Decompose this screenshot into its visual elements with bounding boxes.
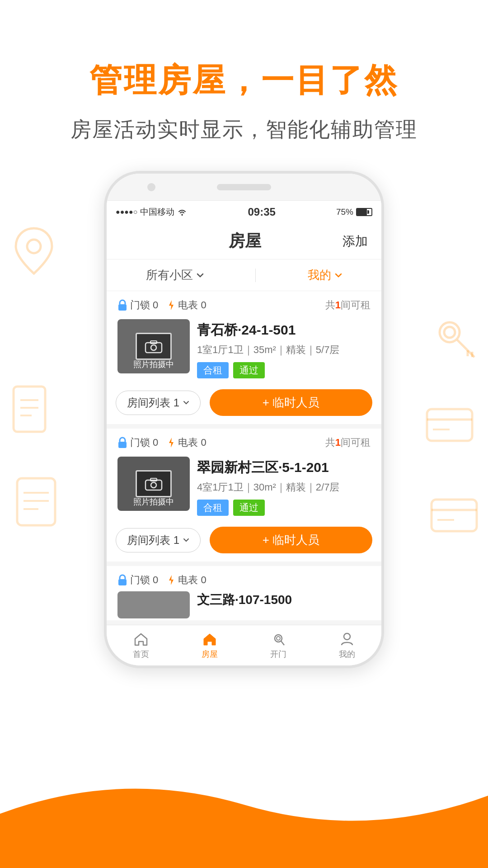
property-stats-2: 门锁 0 电表 0 共1间可租 [107, 429, 381, 454]
filter-divider [255, 269, 256, 282]
lock-icon [117, 299, 127, 311]
room-list-button-1[interactable]: 房间列表 1 [116, 391, 201, 415]
filter-mine[interactable]: 我的 [308, 267, 342, 283]
app-header: 房屋 添加 [107, 223, 381, 259]
nav-door-label: 开门 [270, 649, 286, 660]
nav-item-door[interactable]: 开门 [244, 632, 313, 660]
nav-house-label: 房屋 [202, 649, 218, 660]
lock-stat-3: 门锁 0 [117, 573, 158, 587]
svg-point-29 [275, 635, 282, 642]
hero-subtitle: 房屋活动实时显示，智能化辅助管理 [0, 116, 488, 144]
property-info-row-1: 照片拍摄中 青石桥·24-1-501 1室1厅1卫｜35m²｜精装｜5/7层 合… [107, 316, 381, 385]
stats-left-1: 门锁 0 电表 0 [117, 298, 206, 312]
camera-icon-2 [145, 476, 163, 491]
svg-rect-28 [118, 579, 127, 585]
temp-staff-button-2[interactable]: + 临时人员 [210, 527, 372, 553]
filter-all-label: 所有小区 [146, 267, 193, 283]
lock-icon-3 [117, 574, 127, 586]
photo-label-2: 照片拍摄中 [117, 496, 190, 507]
lock-stat-2: 门锁 0 [117, 436, 158, 449]
property-tags-2: 合租 通过 [197, 500, 371, 516]
chevron-down-small-icon [183, 401, 189, 405]
chevron-down-orange-icon [335, 273, 342, 278]
property-details-1: 青石桥·24-1-501 1室1厅1卫｜35m²｜精装｜5/7层 合租 通过 [197, 319, 371, 378]
tag-tongguo-2: 通过 [233, 500, 265, 516]
house-filled-icon [202, 632, 217, 647]
property-image-1: 照片拍摄中 [117, 319, 190, 373]
property-card-1: 门锁 0 电表 0 共1间可租 [107, 291, 381, 424]
status-bar: ●●●●○ 中国移动 09:35 75% [107, 201, 381, 223]
bottom-nav: 首页 房屋 开门 我的 [107, 625, 381, 665]
battery-icon [356, 208, 372, 216]
property-name-3: 文三路·107-1500 [197, 591, 371, 609]
svg-rect-20 [118, 304, 127, 311]
tag-tongguo-1: 通过 [233, 362, 265, 378]
status-time: 09:35 [187, 206, 336, 218]
property-details-2: 翠园新村三区·5-1-201 4室1厅1卫｜30m²｜精装｜2/7层 合租 通过 [197, 457, 371, 516]
meter-stat-2: 电表 0 [167, 436, 206, 449]
property-actions-1: 房间列表 1 + 临时人员 [107, 385, 381, 424]
chevron-down-small-icon-2 [183, 538, 189, 542]
meter-stat-3: 电表 0 [167, 573, 206, 587]
status-right: 75% [336, 207, 372, 217]
lightning-icon-2 [167, 437, 175, 448]
temp-staff-button-1[interactable]: + 临时人员 [210, 389, 372, 416]
home-outline-icon [133, 632, 149, 647]
property-tags-1: 合租 通过 [197, 362, 371, 378]
property-card-3: 门锁 0 电表 0 文三路·107-1500 [107, 566, 381, 620]
nav-item-mine[interactable]: 我的 [313, 632, 381, 660]
battery-percent: 75% [336, 207, 353, 217]
property-card-2: 门锁 0 电表 0 共1间可租 [107, 429, 381, 561]
property-stats-1: 门锁 0 电表 0 共1间可租 [107, 291, 381, 316]
meter-label-2: 电表 0 [178, 436, 206, 449]
svg-point-26 [151, 482, 156, 488]
rentable-2: 共1间可租 [325, 436, 371, 449]
stats-left-3: 门锁 0 电表 0 [117, 573, 206, 587]
person-icon [339, 632, 355, 647]
phone-outer: ●●●●○ 中国移动 09:35 75% 房屋 [104, 171, 384, 668]
nav-home-label: 首页 [133, 649, 149, 660]
property-meta-1: 1室1厅1卫｜35m²｜精装｜5/7层 [197, 343, 371, 357]
hero-title: 管理房屋，一目了然 [0, 59, 488, 102]
lightning-icon-3 [167, 574, 175, 586]
nav-mine-label: 我的 [339, 649, 355, 660]
property-meta-2: 4室1厅1卫｜30m²｜精装｜2/7层 [197, 481, 371, 494]
wifi-icon [177, 208, 187, 216]
lock-icon-2 [117, 437, 127, 448]
room-list-button-2[interactable]: 房间列表 1 [116, 528, 201, 552]
lock-label-3: 门锁 0 [130, 573, 158, 587]
add-button[interactable]: 添加 [343, 233, 368, 250]
bottom-wave [0, 769, 488, 868]
photo-label-1: 照片拍摄中 [117, 359, 190, 370]
property-info-row-2: 照片拍摄中 翠园新村三区·5-1-201 4室1厅1卫｜30m²｜精装｜2/7层… [107, 454, 381, 522]
carrier-label: 中国移动 [140, 206, 174, 218]
property-list: 门锁 0 电表 0 共1间可租 [107, 291, 381, 625]
photo-taking-frame-1 [136, 333, 172, 360]
photo-taking-frame-2 [136, 470, 172, 497]
meter-label: 电表 0 [178, 298, 206, 312]
property-name-2: 翠园新村三区·5-1-201 [197, 458, 371, 477]
meter-stat-1: 电表 0 [167, 298, 206, 312]
property-name-1: 青石桥·24-1-501 [197, 321, 371, 340]
nav-item-house[interactable]: 房屋 [175, 632, 244, 660]
nav-item-home[interactable]: 首页 [107, 632, 175, 660]
room-list-label-2: 房间列表 1 [127, 533, 179, 547]
svg-rect-21 [145, 343, 162, 353]
svg-point-30 [277, 637, 280, 640]
meter-label-3: 电表 0 [178, 573, 206, 587]
app-title: 房屋 [147, 230, 343, 252]
filter-all-community[interactable]: 所有小区 [146, 267, 204, 283]
room-list-label-1: 房间列表 1 [127, 396, 179, 410]
signal-icon: ●●●●○ [116, 208, 137, 216]
lock-label: 门锁 0 [130, 298, 158, 312]
svg-rect-24 [118, 442, 127, 448]
lock-label-2: 门锁 0 [130, 436, 158, 449]
tag-hezhu-2: 合租 [197, 500, 229, 516]
door-key-icon [271, 632, 286, 647]
chevron-down-icon [197, 273, 204, 278]
svg-point-22 [151, 345, 156, 350]
phone-mockup: ●●●●○ 中国移动 09:35 75% 房屋 [0, 171, 488, 668]
phone-top-bar [107, 174, 381, 201]
hero-section: 管理房屋，一目了然 房屋活动实时显示，智能化辅助管理 [0, 0, 488, 171]
property-image-2: 照片拍摄中 [117, 457, 190, 511]
